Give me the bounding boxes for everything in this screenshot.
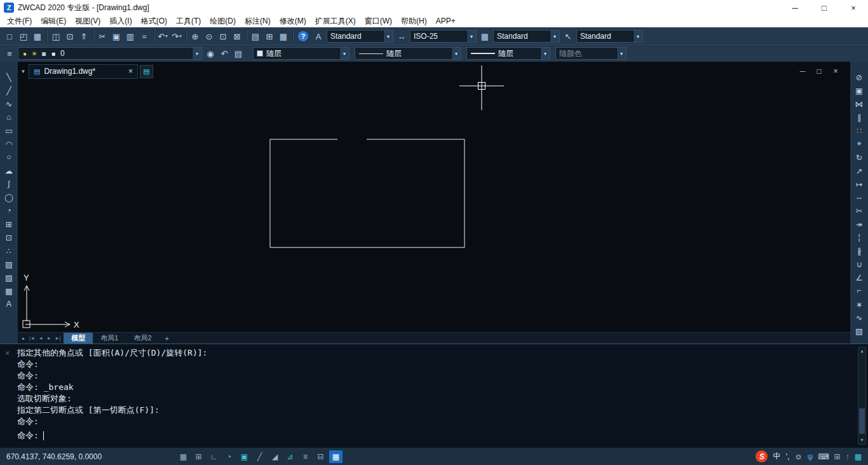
menu-modify[interactable]: 修改(M) [275,16,311,27]
sogou-icon[interactable]: S [756,450,768,462]
layout-scroll-up-button[interactable]: ▲ [19,336,27,340]
voice-icon[interactable]: ψ [808,452,813,461]
rotate-tool[interactable]: ↻ [852,151,866,163]
plotstyle-combo[interactable]: 随颜色 ▾ [555,47,627,60]
layout-next-button[interactable]: ► [45,336,53,340]
help-button[interactable]: ? [298,31,308,41]
publish-button[interactable]: ⇑ [77,29,91,43]
polar-toggle[interactable]: ◔ [222,450,236,463]
tab-list-dropdown-icon[interactable]: ▼ [20,69,27,74]
ellipse-arc-tool[interactable]: ◔ [2,204,16,217]
fillet-tool[interactable]: ⌐ [852,284,866,297]
point-tool[interactable]: ∴ [2,244,16,257]
erase-tool[interactable]: ⊘ [852,71,866,83]
chevron-down-icon[interactable]: ▾ [179,34,182,39]
tab-layout1[interactable]: 布局1 [93,333,126,344]
pan-button[interactable]: ⊕ [188,29,202,43]
color-combo[interactable]: 随层 ▾ [253,47,349,60]
menu-help[interactable]: 帮助(H) [397,16,431,27]
annotation-toggle[interactable]: ▦ [329,450,342,463]
edit-hatch-tool[interactable]: ▧ [852,324,866,337]
text-style-icon[interactable]: A [311,29,325,43]
ducs-toggle[interactable]: ◢ [268,450,281,463]
toolpalettes-button[interactable]: ▦ [276,29,290,43]
chevron-down-icon[interactable]: ▾ [192,48,201,59]
chevron-down-icon[interactable]: ▾ [339,48,349,59]
layer-lock-icon[interactable]: ◙ [40,50,48,57]
quickprops-toggle[interactable]: ⊟ [314,450,327,463]
lengthen-tool[interactable]: ↔ [852,191,866,204]
menu-view[interactable]: 视图(V) [71,16,105,27]
make-object-layer-current-button[interactable]: ◉ [203,46,217,60]
hatch-tool[interactable]: ▨ [2,258,16,270]
command-scrollbar[interactable]: ▲ ▼ [858,347,866,445]
chevron-down-icon[interactable]: ▾ [540,48,550,59]
move-tool[interactable]: ⌖ [852,137,866,150]
dim-style-combo[interactable]: ISO-25▾ [410,30,477,43]
arc-tool[interactable]: ◠ [2,137,16,150]
mleader-style-combo[interactable]: Standard▾ [576,30,643,43]
zoom-previous-button[interactable]: ⊠ [230,29,244,43]
make-block-tool[interactable]: ⊡ [2,231,16,244]
mdi-minimize-button[interactable]: ─ [798,67,807,76]
revcloud-tool[interactable]: ☁ [2,164,16,177]
tab-layout2[interactable]: 布局2 [126,333,159,344]
menu-window[interactable]: 窗口(W) [360,16,397,27]
mtext-tool[interactable]: A [2,298,16,310]
mdi-close-button[interactable]: × [831,67,840,76]
array-tool[interactable]: ∷ [852,124,866,137]
layer-combo[interactable]: ●☀◙■ 0 ▾ [18,47,202,60]
table-tool[interactable]: ▦ [2,284,16,297]
text-style-combo[interactable]: Standard▾ [327,30,393,43]
ortho-toggle[interactable]: ∟ [207,450,220,463]
layer-color-icon[interactable]: ■ [50,50,57,57]
chamfer-tool[interactable]: ∠ [852,271,866,284]
command-input[interactable]: 命令: [17,430,44,441]
copy-tool[interactable]: ▣ [852,84,866,97]
match-properties-button[interactable]: ≈ [137,29,151,43]
lineweight-combo[interactable]: 随层 ▾ [466,47,550,60]
new-drawing-tab-button[interactable]: ▤ [140,65,153,78]
restore-button[interactable]: □ [810,0,839,15]
layer-on-icon[interactable]: ● [21,50,29,57]
menu-format[interactable]: 格式(O) [137,16,172,27]
undo-button[interactable]: ↶▾ [156,29,170,43]
add-layout-button[interactable]: + [159,333,175,344]
drawing-layer[interactable]: YX [18,62,850,332]
linetype-combo[interactable]: 随层 ▾ [355,47,461,60]
scale-tool[interactable]: ↗ [852,164,866,177]
menu-dimension[interactable]: 标注(N) [240,16,275,27]
drawing-area[interactable]: YX ▼ ▤ Drawing1.dwg* × ▤ ─□× ▲|◄◄►►| 模型布… [18,62,850,344]
chevron-down-icon[interactable]: ▾ [451,48,461,59]
tab-close-icon[interactable]: × [128,67,133,76]
otrack-toggle[interactable]: ╱ [253,450,266,463]
command-area[interactable]: × 指定其他的角点或 [面积(A)/尺寸(D)/旋转(R)]:命令:命令:命令:… [0,344,868,447]
tab-model[interactable]: 模型 [64,333,93,344]
break-at-point-tool[interactable]: ¦ [852,231,866,244]
scroll-down-icon[interactable]: ▼ [858,436,865,444]
coordinates-display[interactable]: 670.4137, 740.6259, 0.0000 [0,452,177,461]
layer-freeze-icon[interactable]: ☀ [31,50,38,57]
redo-button[interactable]: ↷▾ [170,29,184,43]
preview-button[interactable]: ⊡ [63,29,77,43]
menu-tools[interactable]: 工具(T) [172,16,205,27]
layout-prev-button[interactable]: ◄ [37,336,45,340]
rectangle-tool[interactable]: ▭ [2,124,16,137]
command-close-icon[interactable]: × [5,349,10,357]
grid-toggle[interactable]: ⊞ [192,450,205,463]
offset-tool[interactable]: ∥ [852,111,866,123]
construction-line-tool[interactable]: ╱ [2,84,16,97]
gradient-tool[interactable]: ▧ [2,271,16,284]
menu-edit[interactable]: 编辑(E) [36,16,71,27]
layer-states-button[interactable]: ▤ [231,46,245,60]
plot-button[interactable]: ◫ [49,29,63,43]
menu-insert[interactable]: 插入(I) [105,16,136,27]
close-button[interactable]: × [839,0,868,15]
scrollbar-thumb[interactable] [859,408,865,434]
scroll-up-icon[interactable]: ▲ [858,347,865,355]
scrollbar-track[interactable] [858,355,865,436]
chevron-down-icon[interactable]: ▾ [633,31,642,42]
designcenter-button[interactable]: ⊞ [262,29,276,43]
ellipse-tool[interactable]: ◯ [2,191,16,204]
layout-first-button[interactable]: |◄ [27,336,37,340]
